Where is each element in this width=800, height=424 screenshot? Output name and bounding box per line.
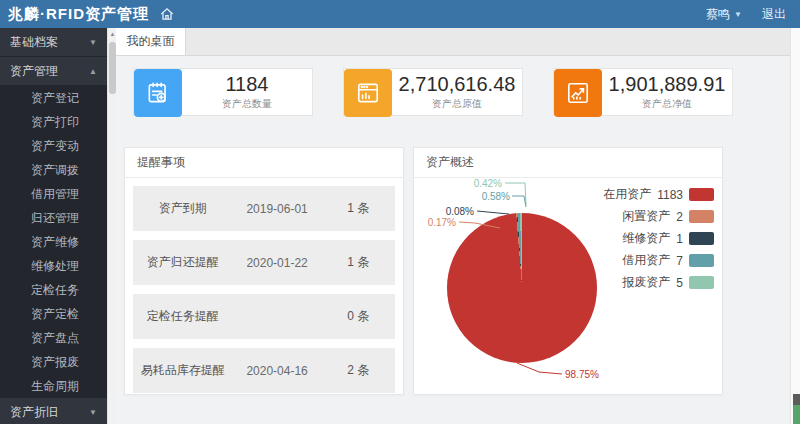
scrollbar-thumb-accent[interactable] — [793, 405, 800, 424]
stat-card-net-value: 1,901,889.91 资产总净值 — [553, 68, 733, 116]
sidebar-item-asset-repair[interactable]: 资产维修 — [0, 230, 107, 254]
sidebar-group-label: 资产折旧 — [10, 404, 89, 421]
pie-chart-container: 0.42% 0.58% 0.08% 0.17% 98.75% 在用资产 1183 — [414, 178, 722, 395]
stat-value: 2,710,616.48 — [399, 73, 516, 95]
content-scrollbar-left[interactable]: ▲ — [107, 28, 116, 424]
reminder-name: 易耗品库存提醒 — [133, 362, 233, 379]
chart-legend: 在用资产 1183 闲置资产 2 维修资产 1 — [603, 184, 714, 294]
legend-value: 7 — [676, 254, 683, 268]
sidebar-item-asset-change[interactable]: 资产变动 — [0, 134, 107, 158]
reminder-count: 1 条 — [322, 200, 395, 217]
tab-my-desktop[interactable]: 我的桌面 — [116, 28, 186, 55]
sidebar-item-asset-inventory[interactable]: 资产盘点 — [0, 326, 107, 350]
app-logo: 兆麟·RFID资产管理 — [0, 5, 149, 24]
reminder-row[interactable]: 资产到期 2019-06-01 1 条 — [133, 186, 395, 231]
sidebar-item-borrow-management[interactable]: 借用管理 — [0, 182, 107, 206]
dashboard-panels: 提醒事项 资产到期 2019-06-01 1 条 资产归还提醒 2020-01-… — [124, 147, 723, 395]
sidebar: 基础档案 ▼ 资产管理 ▲ 资产登记 资产打印 资产变动 资产调拨 借用管理 归… — [0, 28, 107, 424]
sidebar-item-repair-handling[interactable]: 维修处理 — [0, 254, 107, 278]
chevron-down-icon: ▼ — [89, 38, 97, 47]
legend-value: 1 — [676, 232, 683, 246]
reminder-row[interactable]: 定检任务提醒 0 条 — [133, 294, 395, 339]
page-scrollbar-right[interactable] — [790, 28, 800, 424]
reminder-count: 1 条 — [322, 254, 395, 271]
pie-label: 0.08% — [446, 206, 474, 217]
legend-swatch — [689, 276, 714, 289]
legend-value: 1183 — [657, 188, 683, 202]
sidebar-item-life-cycle[interactable]: 生命周期 — [0, 374, 107, 398]
stat-value: 1184 — [225, 73, 268, 95]
pie-chart[interactable] — [447, 213, 597, 363]
legend-label: 维修资产 — [622, 230, 670, 247]
sidebar-group-label: 基础档案 — [10, 34, 89, 51]
sidebar-item-asset-scrap[interactable]: 资产报废 — [0, 350, 107, 374]
user-name: 蔡鸣 — [706, 6, 730, 23]
legend-label: 报废资产 — [622, 274, 670, 291]
chevron-down-icon: ▼ — [89, 408, 97, 417]
reminder-count: 2 条 — [322, 362, 395, 379]
clipboard-plus-icon — [134, 69, 182, 117]
sidebar-group-asset-management[interactable]: 资产管理 ▲ — [0, 57, 107, 86]
pie-label: 0.58% — [482, 191, 510, 202]
legend-item-in-use[interactable]: 在用资产 1183 — [603, 184, 714, 205]
legend-value: 2 — [676, 210, 683, 224]
scrollbar-thumb[interactable] — [793, 394, 800, 405]
stat-card-total-count: 1184 资产总数量 — [133, 68, 313, 116]
legend-item-borrowed[interactable]: 借用资产 7 — [603, 250, 714, 271]
sidebar-group-asset-depreciation[interactable]: 资产折旧 ▼ — [0, 398, 107, 424]
reminder-row[interactable]: 资产归还提醒 2020-01-22 1 条 — [133, 240, 395, 285]
scrollbar-thumb[interactable] — [109, 42, 116, 94]
pie-label: 0.17% — [428, 217, 456, 228]
home-icon[interactable] — [159, 6, 175, 22]
reminder-count: 0 条 — [322, 308, 395, 325]
legend-swatch — [689, 254, 714, 267]
sidebar-item-asset-register[interactable]: 资产登记 — [0, 86, 107, 110]
pie-label: 0.42% — [474, 178, 502, 189]
stat-label: 资产总数量 — [222, 97, 272, 111]
stat-card-original-value: 2,710,616.48 资产总原值 — [343, 68, 523, 116]
reminder-list: 资产到期 2019-06-01 1 条 资产归还提醒 2020-01-22 1 … — [125, 178, 403, 401]
sidebar-item-return-management[interactable]: 归还管理 — [0, 206, 107, 230]
reminder-row[interactable]: 易耗品库存提醒 2020-04-16 2 条 — [133, 348, 395, 393]
chevron-up-icon: ▲ — [89, 67, 97, 76]
reminder-name: 资产到期 — [133, 200, 233, 217]
reminder-date: 2019-06-01 — [233, 202, 322, 216]
legend-swatch — [689, 210, 714, 223]
stat-card-body: 1184 资产总数量 — [182, 69, 312, 115]
content-area: 1184 资产总数量 — [116, 56, 790, 424]
legend-item-scrapped[interactable]: 报废资产 5 — [603, 272, 714, 293]
legend-swatch — [689, 232, 714, 245]
legend-item-idle[interactable]: 闲置资产 2 — [603, 206, 714, 227]
legend-item-repair[interactable]: 维修资产 1 — [603, 228, 714, 249]
tab-bar: 我的桌面 — [116, 28, 790, 56]
legend-label: 闲置资产 — [622, 208, 670, 225]
legend-value: 5 — [676, 276, 683, 290]
logout-button[interactable]: 退出 — [762, 6, 786, 23]
chevron-down-icon: ▼ — [734, 10, 742, 19]
reminder-name: 资产归还提醒 — [133, 254, 233, 271]
asset-overview-panel: 资产概述 0.42% 0.58% 0.08% 0.17% — [413, 147, 723, 395]
reminder-name: 定检任务提醒 — [133, 308, 233, 325]
window-chart-icon — [344, 69, 392, 117]
panel-title: 提醒事项 — [125, 148, 403, 178]
trend-up-icon — [554, 69, 602, 117]
sidebar-submenu: 资产登记 资产打印 资产变动 资产调拨 借用管理 归还管理 资产维修 维修处理 … — [0, 86, 107, 398]
reminders-panel: 提醒事项 资产到期 2019-06-01 1 条 资产归还提醒 2020-01-… — [124, 147, 404, 395]
reminder-date: 2020-04-16 — [233, 364, 322, 378]
user-menu[interactable]: 蔡鸣 ▼ — [706, 6, 742, 23]
stat-label: 资产总原值 — [432, 97, 482, 111]
sidebar-group-basic-archives[interactable]: 基础档案 ▼ — [0, 28, 107, 57]
sidebar-item-inspection-task[interactable]: 定检任务 — [0, 278, 107, 302]
main-area: 我的桌面 1184 — [116, 28, 790, 424]
sidebar-group-label: 资产管理 — [10, 63, 89, 80]
sidebar-item-asset-transfer[interactable]: 资产调拨 — [0, 158, 107, 182]
stat-card-body: 2,710,616.48 资产总原值 — [392, 69, 522, 115]
stat-label: 资产总净值 — [642, 97, 692, 111]
sidebar-item-asset-print[interactable]: 资产打印 — [0, 110, 107, 134]
sidebar-item-asset-inspection[interactable]: 资产定检 — [0, 302, 107, 326]
reminder-date: 2020-01-22 — [233, 256, 322, 270]
stat-card-body: 1,901,889.91 资产总净值 — [602, 69, 732, 115]
app-window: 兆麟·RFID资产管理 蔡鸣 ▼ 退出 基础档案 ▼ 资产管理 ▲ 资产登记 资… — [0, 0, 800, 424]
stat-cards: 1184 资产总数量 — [133, 68, 733, 116]
legend-swatch — [689, 188, 714, 201]
